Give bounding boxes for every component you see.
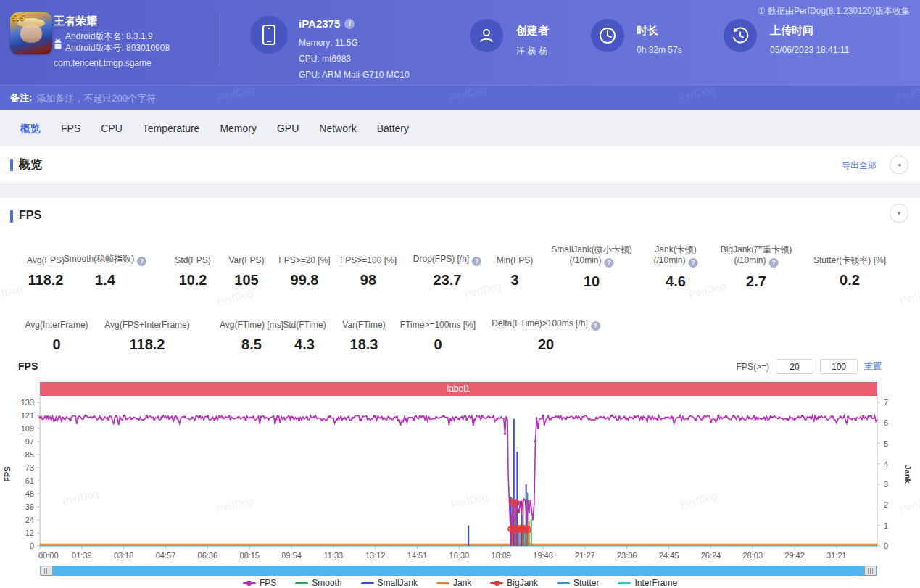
stat-Drop(FPS) [/h]: Drop(FPS) [/h]?23.7: [413, 244, 481, 289]
tab-Temperature[interactable]: Temperature: [133, 110, 210, 146]
stat-Min(FPS): Min(FPS)3: [497, 244, 534, 289]
svg-text:18:09: 18:09: [491, 551, 511, 560]
creator-value: 洋 杨 杨: [516, 45, 547, 57]
tab-FPS[interactable]: FPS: [51, 110, 91, 146]
help-icon[interactable]: ?: [472, 257, 481, 266]
tab-Battery[interactable]: Battery: [367, 110, 419, 146]
legend-marker: [295, 582, 308, 584]
fps-filter-label: FPS(>=): [737, 362, 769, 372]
legend-marker: [243, 582, 256, 584]
legend-label: Smooth: [312, 578, 341, 588]
fps-section-header: FPS ▼: [0, 198, 920, 234]
stat-label: Std(FPS): [175, 244, 210, 266]
export-all-button[interactable]: 导出全部: [842, 160, 877, 172]
stat-label: Avg(FPS+InterFrame): [104, 309, 189, 331]
upload-time-label: 上传时间: [770, 24, 813, 38]
tab-Memory[interactable]: Memory: [210, 110, 267, 146]
stat-Avg(FPS+InterFrame): Avg(FPS+InterFrame)118.2: [104, 309, 189, 353]
help-icon[interactable]: ?: [605, 258, 614, 268]
tab-bar: 概览FPSCPUTemperatureMemoryGPUNetworkBatte…: [0, 110, 920, 146]
stat-Stutter(卡顿率) [%]: Stutter(卡顿率) [%]0.2: [813, 244, 886, 289]
game-icon-5v5-badge: 5v5: [12, 14, 25, 22]
svg-text:73: 73: [25, 463, 34, 472]
overview-collapse-button[interactable]: ◄: [890, 155, 908, 174]
game-icon-art-face: [20, 24, 42, 43]
section-separator: [0, 183, 920, 198]
svg-text:61: 61: [25, 476, 34, 485]
fps-filter-reset-button[interactable]: 重置: [864, 360, 882, 373]
help-icon[interactable]: ?: [137, 257, 146, 266]
legend-item-Jank[interactable]: Jank: [436, 578, 471, 588]
stat-value: 20: [492, 336, 600, 353]
legend-marker: [436, 582, 449, 584]
stat-value: 2.7: [721, 273, 792, 290]
help-icon[interactable]: ?: [769, 258, 779, 268]
stat-Avg(FPS): Avg(FPS)118.2: [27, 244, 65, 289]
stat-label: Drop(FPS) [/h]?: [413, 244, 481, 266]
fps-collapse-button[interactable]: ▼: [890, 204, 908, 223]
legend-marker-dot: [494, 581, 500, 586]
legend-item-SmallJank[interactable]: SmallJank: [361, 578, 418, 588]
remark-input[interactable]: [36, 93, 920, 104]
svg-text:11:33: 11:33: [324, 551, 344, 560]
svg-text:3: 3: [884, 480, 888, 489]
help-icon[interactable]: ?: [689, 258, 698, 268]
fps-chart-title: FPS: [18, 360, 38, 372]
fps-filter-max-input[interactable]: [820, 359, 858, 374]
chart-scrollbar-track[interactable]: [40, 566, 877, 576]
legend-item-Smooth[interactable]: Smooth: [295, 578, 341, 588]
fps-chart[interactable]: label10122436486173859710912113301234567…: [0, 377, 920, 566]
svg-text:36: 36: [25, 502, 34, 511]
stat-value: 0.2: [813, 272, 886, 289]
legend-item-BigJank[interactable]: BigJank: [490, 578, 538, 588]
legend-item-InterFrame[interactable]: InterFrame: [618, 578, 677, 588]
stat-value: 18.3: [342, 336, 385, 353]
stat-FPS>=100 [%]: FPS>=100 [%]98: [340, 244, 397, 289]
svg-text:08:15: 08:15: [239, 551, 260, 560]
creator-icon-circle: [470, 19, 503, 52]
stat-Std(FPS): Std(FPS)10.2: [175, 244, 210, 289]
legend-item-FPS[interactable]: FPS: [243, 578, 276, 588]
tab-CPU[interactable]: CPU: [91, 110, 133, 146]
stat-Smooth(稳帧指数): Smooth(稳帧指数)?1.4: [64, 244, 146, 289]
fps-stats-row-2: Avg(InterFrame)0Avg(FPS+InterFrame)118.2…: [0, 309, 920, 360]
svg-text:06:36: 06:36: [198, 551, 218, 560]
legend-marker: [361, 582, 374, 584]
tab-GPU[interactable]: GPU: [267, 110, 309, 146]
svg-text:01:39: 01:39: [72, 551, 92, 560]
stat-label: Stutter(卡顿率) [%]: [813, 244, 886, 266]
help-icon[interactable]: ?: [591, 321, 600, 331]
chart-legend: FPSSmoothSmallJankJankBigJankStutterInte…: [0, 578, 920, 588]
stat-Var(FPS): Var(FPS)105: [228, 244, 264, 289]
svg-text:09:54: 09:54: [281, 551, 302, 560]
stat-value: 4.3: [283, 336, 326, 353]
android-version-code: Android版本号: 803010908: [65, 42, 170, 54]
android-icon: [54, 36, 62, 55]
svg-text:24: 24: [25, 515, 34, 524]
stat-value: 118.2: [104, 336, 189, 353]
fps-filter: FPS(>=) 重置: [737, 359, 882, 374]
device-gpu: GPU: ARM Mali-G710 MC10: [299, 70, 410, 80]
fps-filter-min-input[interactable]: [776, 359, 813, 374]
game-app-icon: 5v5: [10, 12, 52, 54]
device-info-icon[interactable]: i: [344, 19, 355, 29]
svg-text:03:18: 03:18: [114, 551, 134, 560]
device-icon-circle: [250, 16, 288, 54]
svg-text:13:12: 13:12: [365, 551, 386, 560]
svg-text:24:45: 24:45: [659, 551, 679, 560]
chart-scrollbar-right-handle[interactable]: [864, 566, 877, 576]
legend-item-Stutter[interactable]: Stutter: [557, 578, 599, 588]
svg-text:16:30: 16:30: [449, 551, 470, 560]
stat-value: 0: [25, 336, 88, 353]
stat-label: Avg(FTime) [ms]: [220, 309, 283, 331]
stat-label: Var(FTime): [342, 309, 385, 331]
tab-Network[interactable]: Network: [309, 110, 366, 146]
svg-text:Jank: Jank: [903, 465, 912, 484]
upload-time-value: 05/06/2023 18:41:11: [770, 45, 849, 55]
chart-scrollbar-left-handle[interactable]: [41, 566, 53, 576]
svg-text:23:06: 23:06: [617, 551, 637, 560]
legend-label: Jank: [453, 578, 471, 588]
clock-icon: [598, 26, 617, 45]
overview-section-header: 概览 导出全部 ◄: [0, 146, 920, 183]
tab-概览[interactable]: 概览: [10, 110, 51, 146]
